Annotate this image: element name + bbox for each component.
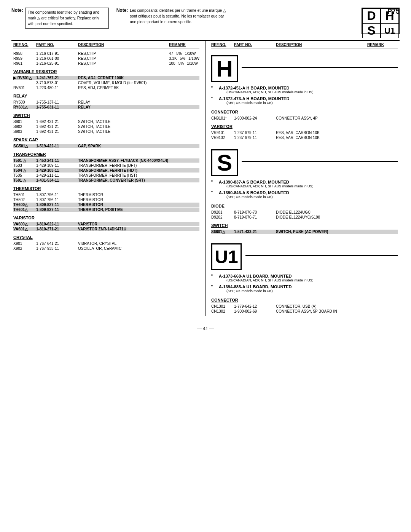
part-th600: 1-809-827-11 <box>36 203 78 207</box>
star-icon-u1-2: * <box>211 284 217 294</box>
part-x902: 1-767-933-11 <box>36 246 78 251</box>
desc-cn1302: CONNECTOR ASSY, 5P BOARD IN <box>276 309 398 313</box>
ref-cn9101: CN9101* <box>211 116 234 120</box>
s-board-letter: S <box>211 149 238 176</box>
section-relay-heading: RELAY <box>13 94 199 98</box>
note-block: Note: The components Identified by shadi… <box>11 8 346 29</box>
s-board-part2: A-1390-846-A S BOARD, MOUNTED <box>219 190 289 195</box>
col-remark-header-r: REMARK <box>367 43 398 47</box>
col-ref-header-r: REF.NO. <box>211 43 234 47</box>
table-row: T505 1-429-211-11 TRANSFORMER, FERRITE (… <box>13 173 199 177</box>
part-ry500: 1-755-137-11 <box>36 100 78 104</box>
desc-th600: THERMISTOR <box>78 203 199 207</box>
desc-vr9101: RES, VAR, CARBON 10K <box>276 131 398 135</box>
h-board-part1: A-1372-451-A H BOARD, MOUNTED <box>219 86 313 90</box>
ref-d9202: D9202 <box>211 215 234 219</box>
table-row: CN1301 1-779-642-12 CONNECTOR, USB (A) <box>211 304 398 308</box>
star-icon-s2: * <box>211 190 217 200</box>
table-row: RY601△ 1-755-031-11 RELAY <box>13 105 199 109</box>
ref-t503: T503 <box>13 163 36 168</box>
table-row: X902 1-767-933-11 OSCILLATOR, CERAMIC <box>13 246 199 251</box>
s-board-part1: A-1390-837-A S BOARD, MOUNTED <box>219 180 313 184</box>
top-resistors: R958 1-216-017-91 RES,CHIP 475%1/10W R95… <box>13 51 199 66</box>
part-r958: 1-216-017-91 <box>36 51 78 56</box>
ref-x902: X902 <box>13 246 36 251</box>
ref-rv601: RV601 <box>13 86 36 90</box>
col-desc-header-r: DESCRIPTION <box>276 43 367 47</box>
desc-r958: RES,CHIP <box>78 51 169 56</box>
desc-t501: TRANSFORMER ASSY, FLYBACK (NX-4400//X4L4… <box>78 158 199 163</box>
section-connector-u1-heading: CONNECTOR <box>211 298 398 302</box>
table-row: 3-710-578-01 COVER, VOLUME, 6 MOLD (for … <box>13 81 199 85</box>
table-row: RY500 1-755-137-11 RELAY <box>13 100 199 104</box>
part-rv501-cover: 3-710-578-01 <box>36 81 78 85</box>
table-row: VR9101 1-237-979-11 RES, VAR, CARBON 10K <box>211 131 398 135</box>
note-english: Note: The components Identified by shadi… <box>11 8 109 29</box>
table-row: D9202 8-719-070-71 DIODE EL1224UYC/S190 <box>211 215 398 219</box>
table-row: T501 △ 1-453-241-11 TRANSFORMER ASSY, FL… <box>13 158 199 163</box>
section-varistor-h-heading: VARISTOR <box>211 124 398 129</box>
ref-vr9101: VR9101 <box>211 131 234 135</box>
section-switch-s-heading: SWITCH <box>211 223 398 228</box>
ref-r958: R958 <box>13 51 36 56</box>
section-crystal-heading: CRYSTAL <box>13 235 199 240</box>
desc-t504: TRANSFORMER, FERRITE (HDT) <box>78 168 199 173</box>
u1-board-header: U1 <box>211 240 398 272</box>
part-cn1302: 1-900-802-69 <box>234 309 276 313</box>
part-s902: 1-692-431-21 <box>36 125 78 129</box>
ref-cn1302: CN1302 <box>211 309 234 313</box>
desc-s902: SWITCH, TACTILE <box>78 125 199 129</box>
section-varistor-left-heading: VARISTOR <box>13 216 199 220</box>
table-row: T504 △ 1-429-103-11 TRANSFORMER, FERRITE… <box>13 168 199 173</box>
section-variable-resistor-heading: VARIABLE RESISTOR <box>13 69 199 74</box>
desc-ry500: RELAY <box>78 100 199 104</box>
star-icon2: * <box>211 96 217 106</box>
u1-board-part2: A-1394-885-A U1 BOARD, MOUNTED <box>219 284 292 289</box>
part-va600: 1-810-622-11 <box>36 222 78 226</box>
star-icon-u1-1: * <box>211 274 217 283</box>
table-row: S901 1-692-431-21 SWITCH, TACTILE <box>13 120 199 124</box>
ref-va600: VA600△ <box>13 222 36 226</box>
section-connector-h-heading: CONNECTOR <box>211 110 398 114</box>
ref-s902: S902 <box>13 125 36 129</box>
part-t601: 1-431-534-11 <box>36 178 78 182</box>
h-board-section: H * A-1372-451-A H BOARD, MOUNTED (US/CA… <box>211 51 398 140</box>
ref-d9201: D9201 <box>211 210 234 214</box>
ref-ry601: RY601△ <box>13 105 36 109</box>
footer: — 41 — <box>11 324 400 331</box>
desc-d9201: DIODE EL1224UGC <box>276 210 398 214</box>
desc-s901: SWITCH, TACTILE <box>78 120 199 124</box>
note-text-fr: Les composants identifies per un trame e… <box>130 8 229 25</box>
remark-r959: 3.3K5%1/10W <box>169 56 199 61</box>
ref-cn1301: CN1301 <box>211 304 234 308</box>
desc-rv501-cover: COVER, VOLUME, 6 MOLD (for RV501) <box>78 81 199 85</box>
desc-t505: TRANSFORMER, FERRITE (HST) <box>78 173 199 177</box>
part-vr9101: 1-237-979-11 <box>234 131 276 135</box>
corner-cell-d: D <box>362 8 381 23</box>
table-row: RV601 1-223-480-11 RES, ADJ, CERMET 5K <box>13 86 199 90</box>
table-row: R958 1-216-017-91 RES,CHIP 475%1/10W <box>13 51 199 56</box>
note-text-en: The components Identified by shading and… <box>25 8 109 29</box>
part-rv601: 1-223-480-11 <box>36 86 78 90</box>
col-part-header-r: PART NO. <box>234 43 276 47</box>
part-vr9102: 1-237-979-11 <box>234 136 276 140</box>
s-board-sub1: (US/CANADIAN, AEP, NH, SH, AUS models ma… <box>226 184 313 188</box>
s-board-header: S <box>211 145 398 178</box>
u1-board-row2: * A-1394-885-A U1 BOARD, MOUNTED (AEP, U… <box>211 284 398 294</box>
desc-x901: VIBRATOR, CRYSTAL <box>78 241 199 246</box>
part-r959: 1-216-061-00 <box>36 56 78 61</box>
section-thermistor-heading: THERMISTOR <box>13 186 199 191</box>
ref-s901: S901 <box>13 120 36 124</box>
ref-sg501: SG501△ <box>13 144 36 148</box>
part-t501: 1-453-241-11 <box>36 158 78 163</box>
u1-board-sub2: (AEP, UK models made in UK) <box>226 289 292 293</box>
part-rv501: 1-241-767-21 <box>36 76 78 80</box>
page: P75 Note: The components Identified by s… <box>0 0 411 532</box>
ref-s6601: S6601△ <box>211 230 234 234</box>
remark-r958: 475%1/10W <box>169 51 199 56</box>
u1-board-part1: A-1373-668-A U1 BOARD, MOUNTED <box>219 274 313 278</box>
table-row: CN1302 1-900-802-69 CONNECTOR ASSY, 5P B… <box>211 309 398 313</box>
corner-cell-u1: U1 <box>381 23 399 38</box>
desc-sg501: GAP, SPARK <box>78 144 199 148</box>
corner-cell-s: S <box>362 23 381 38</box>
